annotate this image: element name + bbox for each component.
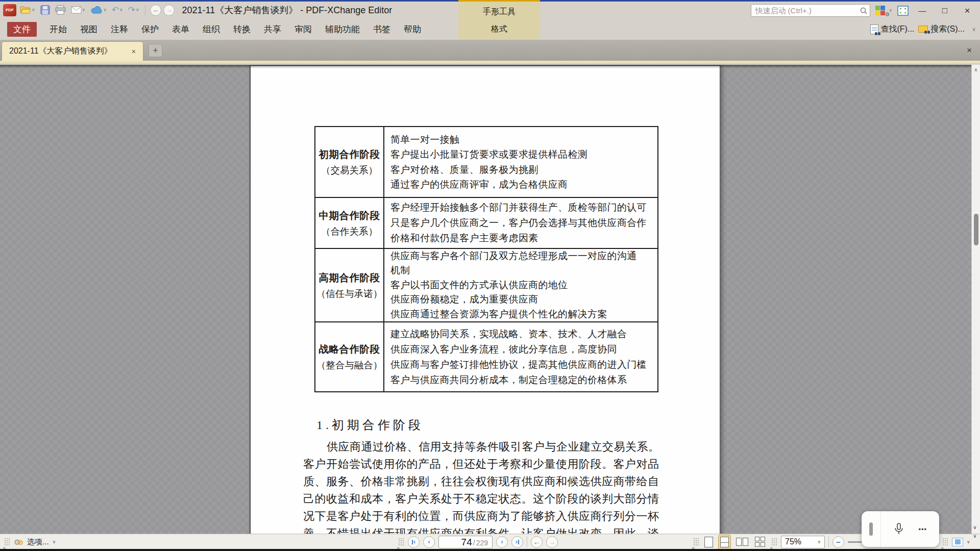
vertical-scrollbar[interactable]: ∧: [971, 65, 980, 534]
active-document-tab[interactable]: 2021-11《大客户销售谈判》 ×: [2, 41, 143, 61]
menu-form[interactable]: 表单: [165, 20, 196, 38]
tab-format[interactable]: 格式: [491, 24, 507, 35]
maximize-button[interactable]: □: [936, 5, 953, 17]
chevron-down-icon[interactable]: ∨: [53, 539, 56, 544]
hand-tool-format-block: 手形工具 格式: [458, 0, 540, 40]
find-button[interactable]: 查找(F)...: [870, 24, 915, 35]
table-row: 战略合作阶段 （整合与融合） 建立战略协同关系，实现战略、资本、技术、人才融合 …: [315, 321, 657, 391]
save-button[interactable]: [39, 4, 52, 16]
stage-relation: （信任与承诺）: [316, 287, 383, 300]
toolbar-grip[interactable]: [4, 538, 10, 546]
menu-convert[interactable]: 转换: [227, 20, 257, 38]
two-page-view-button[interactable]: [734, 536, 750, 547]
quick-launch-search[interactable]: [751, 4, 870, 17]
chevron-down-icon[interactable]: ∨: [136, 8, 139, 12]
scroll-up-icon[interactable]: ∧: [972, 67, 980, 72]
single-page-view-button[interactable]: [703, 535, 715, 549]
gear-icon: ⚙: [885, 11, 890, 18]
zoom-level-select[interactable]: 75% ∨: [781, 536, 825, 548]
chevron-down-icon[interactable]: ∨: [103, 8, 107, 12]
statusbar-separator: [527, 536, 527, 547]
next-page-button[interactable]: ›: [496, 536, 508, 548]
first-page-button[interactable]: ‹: [408, 536, 420, 548]
email-button[interactable]: ∨: [69, 5, 87, 15]
menu-help[interactable]: 帮助: [397, 20, 428, 38]
current-page: 74: [461, 536, 472, 548]
toolbar-grip[interactable]: [771, 538, 777, 546]
overlay-drag-handle[interactable]: [862, 511, 881, 547]
redo-button[interactable]: ↷ ∨: [127, 5, 141, 15]
page-number-input[interactable]: 74 / 229: [438, 536, 493, 548]
toolbar-grip[interactable]: [398, 538, 404, 546]
continuous-view-icon: [720, 537, 729, 547]
last-page-button[interactable]: ›: [511, 536, 523, 548]
chevron-down-icon: ∨: [817, 539, 821, 544]
menu-bookmarks[interactable]: 书签: [366, 20, 397, 38]
search-input[interactable]: [751, 6, 860, 15]
minimize-button[interactable]: —: [914, 5, 931, 17]
chevron-down-icon[interactable]: ∨: [82, 8, 86, 12]
page-navigation: ‹ ‹ 74 / 229 › › ← →: [398, 534, 558, 549]
history-back-button[interactable]: ←: [150, 5, 161, 16]
cloud-button[interactable]: ∨: [89, 5, 108, 15]
fullscreen-button[interactable]: [897, 6, 909, 16]
ui-options-button[interactable]: ⚙ ∨: [875, 6, 892, 16]
view-forward-button[interactable]: →: [546, 536, 558, 548]
menu-share[interactable]: 共享: [257, 20, 288, 38]
new-tab-button[interactable]: +: [149, 44, 162, 57]
statusbar-left: ⚙⚙ 选项... ∨: [4, 534, 56, 549]
grid-view-button[interactable]: [753, 535, 768, 548]
previous-page-button[interactable]: ‹: [423, 536, 435, 548]
menu-accessibility[interactable]: 辅助功能: [318, 20, 366, 38]
history-forward-button[interactable]: →: [163, 5, 175, 16]
microphone-icon[interactable]: [893, 522, 904, 536]
cooperation-stage-table: 初期合作阶段 （交易关系） 简单一对一接触 客户提出小批量订货要求或要求提供样品…: [314, 126, 658, 392]
statusbar-far-right: ∨: [942, 534, 970, 549]
scrollbar-thumb[interactable]: [974, 214, 978, 245]
menu-protect[interactable]: 保护: [135, 20, 165, 38]
menu-file[interactable]: 文件: [7, 22, 37, 37]
tab-close-icon[interactable]: ×: [130, 46, 138, 57]
search-icon[interactable]: [860, 7, 870, 14]
chevron-down-icon[interactable]: ∨: [967, 539, 970, 544]
app-logo-icon: PDF: [3, 4, 16, 16]
toolbar-grip[interactable]: [942, 538, 948, 546]
section-heading: 1.初期合作阶段: [316, 417, 424, 433]
menu-review[interactable]: 审阅: [288, 20, 318, 38]
titlebar-right-controls: ⚙ ∨ — □ ×: [751, 4, 976, 17]
tabbar-close-icon[interactable]: ×: [964, 44, 975, 57]
options-button[interactable]: 选项...: [27, 537, 49, 547]
table-row: 高期合作阶段 （信任与承诺） 供应商与客户各个部门及双方总经理形成一一对应的沟通…: [315, 248, 657, 321]
print-button[interactable]: [54, 4, 67, 16]
toolbar-grip[interactable]: [693, 538, 699, 546]
menu-organize[interactable]: 组织: [196, 20, 227, 38]
menu-comment[interactable]: 注释: [104, 20, 135, 38]
document-viewport: 初期合作阶段 （交易关系） 简单一对一接触 客户提出小批量订货要求或要求提供样品…: [0, 65, 980, 534]
open-file-button[interactable]: ∨: [18, 5, 37, 15]
stage-relation: （交易关系）: [321, 164, 378, 177]
stage-description-cell: 建立战略协同关系，实现战略、资本、技术、人才融合 供应商深入客户业务流程，彼此分…: [384, 322, 657, 391]
overlay-more-button[interactable]: •••: [919, 525, 927, 533]
zoom-out-button[interactable]: −: [832, 536, 844, 548]
chevron-down-icon[interactable]: ∨: [972, 27, 976, 32]
chevron-down-icon[interactable]: ∨: [971, 524, 979, 530]
pan-zoom-icon[interactable]: [952, 538, 963, 546]
close-button[interactable]: ×: [959, 5, 976, 17]
voice-typing-overlay[interactable]: •••: [862, 511, 939, 547]
undo-button[interactable]: ↶ ∨: [110, 5, 125, 15]
hand-tool-label[interactable]: 手形工具: [483, 7, 516, 17]
menu-view[interactable]: 视图: [74, 20, 104, 38]
toolbar-separator: [145, 5, 145, 15]
search-button[interactable]: 搜索(S)...: [918, 24, 965, 35]
chevron-down-icon[interactable]: ∨: [971, 533, 979, 539]
view-back-button[interactable]: ←: [531, 536, 543, 548]
panel-expand-chevrons[interactable]: ∨ ∨: [971, 524, 979, 539]
options-gears-icon: ⚙⚙: [14, 538, 23, 546]
fullscreen-icon: [899, 8, 906, 14]
chevron-down-icon[interactable]: ∨: [32, 8, 35, 12]
chevron-down-icon[interactable]: ∨: [119, 8, 123, 12]
tab-title: 2021-11《大客户销售谈判》: [9, 46, 130, 57]
continuous-view-button[interactable]: [718, 535, 731, 549]
menu-start[interactable]: 开始: [43, 20, 74, 38]
menubar-right: 查找(F)... 搜索(S)... ∨: [870, 18, 976, 40]
